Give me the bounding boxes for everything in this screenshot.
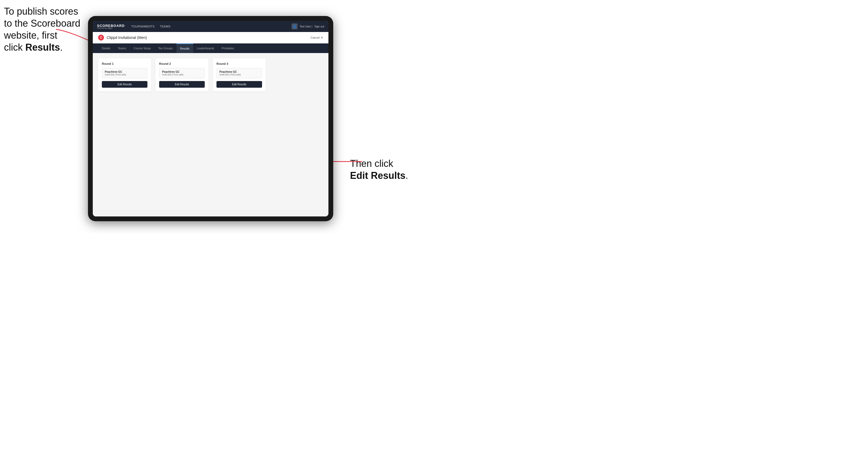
course-card-3: Peachtree GC Gold (M) (7010 yds) — [216, 68, 262, 79]
tab-printables[interactable]: Printables — [218, 43, 238, 53]
rounds-grid: Round 1 Peachtree GC Gold (M) (7010 yds)… — [98, 58, 323, 91]
tablet-screen: SCOREBOARD Powered by clippd TOURNAMENTS… — [93, 21, 329, 216]
cancel-button[interactable]: Cancel ✕ — [311, 36, 323, 39]
nav-teams[interactable]: TEAMS — [160, 24, 170, 29]
edit-results-btn-1[interactable]: Edit Results — [102, 81, 148, 88]
tab-tee-groups[interactable]: Tee Groups — [154, 43, 176, 53]
main-content: Round 1 Peachtree GC Gold (M) (7010 yds)… — [93, 53, 329, 216]
user-name: Test User | — [300, 25, 312, 28]
tab-details[interactable]: Details — [98, 43, 114, 53]
course-card-1: Peachtree GC Gold (M) (7010 yds) — [102, 68, 148, 79]
top-nav: SCOREBOARD Powered by clippd TOURNAMENTS… — [93, 21, 329, 32]
course-name-3: Peachtree GC — [219, 70, 259, 73]
instruction-left: To publish scores to the Scoreboard webs… — [4, 5, 81, 53]
clippd-logo: C — [98, 35, 104, 40]
instruction-right: Then click Edit Results. — [350, 158, 427, 182]
edit-results-btn-2[interactable]: Edit Results — [159, 81, 205, 88]
course-card-2: Peachtree GC Gold (M) (7010 yds) — [159, 68, 205, 79]
tab-teams[interactable]: Teams — [114, 43, 130, 53]
tournament-name: Clippd Invitational (Men) — [106, 35, 147, 40]
tab-nav: Details Teams Course Setup Tee Groups Re… — [93, 43, 329, 53]
course-name-2: Peachtree GC — [162, 70, 202, 73]
logo-sub: Powered by clippd — [97, 27, 125, 29]
course-details-2: Gold (M) (7010 yds) — [162, 73, 202, 76]
round-card-3: Round 3 Peachtree GC Gold (M) (7010 yds)… — [213, 58, 266, 91]
course-details-1: Gold (M) (7010 yds) — [105, 73, 145, 76]
logo-area: SCOREBOARD Powered by clippd — [97, 24, 125, 29]
edit-results-btn-3[interactable]: Edit Results — [216, 81, 262, 88]
nav-links: TOURNAMENTS TEAMS — [131, 24, 292, 29]
empty-column — [270, 58, 323, 91]
tab-course-setup[interactable]: Course Setup — [130, 43, 154, 53]
nav-tournaments[interactable]: TOURNAMENTS — [131, 24, 155, 29]
course-name-1: Peachtree GC — [105, 70, 145, 73]
tab-leaderboards[interactable]: Leaderboards — [193, 43, 218, 53]
course-details-3: Gold (M) (7010 yds) — [219, 73, 259, 76]
round-card-2: Round 2 Peachtree GC Gold (M) (7010 yds)… — [155, 58, 209, 91]
nav-right: 👤 Test User | Sign out — [292, 24, 324, 29]
round-1-title: Round 1 — [102, 62, 148, 65]
tablet: SCOREBOARD Powered by clippd TOURNAMENTS… — [88, 16, 333, 221]
round-2-title: Round 2 — [159, 62, 205, 65]
avatar-icon: 👤 — [293, 25, 296, 28]
sign-out-link[interactable]: Sign out — [314, 25, 324, 28]
round-3-title: Round 3 — [216, 62, 262, 65]
round-card-1: Round 1 Peachtree GC Gold (M) (7010 yds)… — [98, 58, 151, 91]
user-avatar: 👤 — [292, 24, 298, 29]
tournament-header: C Clippd Invitational (Men) Cancel ✕ — [93, 32, 329, 43]
tournament-title-area: C Clippd Invitational (Men) — [98, 35, 147, 40]
tab-results[interactable]: Results — [177, 43, 193, 53]
